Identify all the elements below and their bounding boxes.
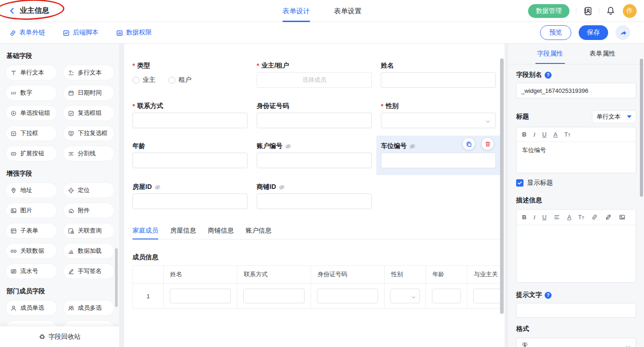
subsection-tab-4[interactable]: 账户信息 xyxy=(246,227,271,239)
field-pill-subform[interactable]: 子表单 xyxy=(6,223,57,239)
field-pill-members[interactable]: 成员多选 xyxy=(63,300,115,316)
field-pill-serial[interactable]: 流水号 xyxy=(6,263,57,279)
toolbar-link-link[interactable]: 表单外链 xyxy=(9,28,45,37)
field-pill-text[interactable]: 单行文本 xyxy=(6,65,57,80)
form-field-cell[interactable]: 身份证号码 xyxy=(257,102,372,128)
subform-cell-input[interactable] xyxy=(317,289,378,303)
header-tab-1[interactable]: 表单设计 xyxy=(282,0,310,22)
form-field-cell[interactable]: 年龄 xyxy=(132,142,247,168)
show-title-checkbox[interactable] xyxy=(516,179,523,187)
underline-icon[interactable]: U xyxy=(542,214,546,220)
help-icon[interactable]: ? xyxy=(545,72,552,79)
form-field-cell[interactable]: 房屋ID xyxy=(132,182,247,209)
field-pill-attachment[interactable]: 附件 xyxy=(63,203,115,218)
italic-icon[interactable]: I xyxy=(533,131,535,137)
form-field-cell[interactable]: 账户编号 xyxy=(257,142,372,168)
field-pill-date[interactable]: 日期时间 xyxy=(63,85,115,101)
field-pill-multiselect[interactable]: 下拉复选框 xyxy=(63,125,115,141)
form-field-cell[interactable]: 车位编号 xyxy=(381,142,496,168)
sidebar-scrollbar[interactable] xyxy=(115,248,118,307)
subform-cell-input[interactable] xyxy=(243,289,305,303)
field-pill-image[interactable]: 图片 xyxy=(6,203,57,218)
field-select[interactable] xyxy=(381,113,496,128)
subsection-tab-3[interactable]: 商铺信息 xyxy=(208,227,234,239)
field-pill-sign[interactable]: 手写签名 xyxy=(63,263,115,279)
field-pill-button[interactable]: 扩展按钮 xyxy=(6,146,57,161)
subsection-tab-2[interactable]: 房屋信息 xyxy=(170,227,196,239)
notifications-icon[interactable] xyxy=(606,6,615,16)
field-pill-member[interactable]: 成员单选 xyxy=(6,300,57,316)
font-color-icon[interactable]: A xyxy=(567,214,571,220)
field-pill-linkdata[interactable]: 关联数据 xyxy=(6,243,57,259)
form-field-cell[interactable]: *类型业主租户 xyxy=(132,61,247,85)
delete-field-button[interactable] xyxy=(482,138,494,150)
title-editor-content[interactable]: 车位编号 xyxy=(517,142,636,173)
underline-icon[interactable]: U xyxy=(542,131,546,137)
help-icon[interactable]: ? xyxy=(545,292,552,299)
image-icon[interactable] xyxy=(619,214,626,221)
form-field-cell[interactable]: 商铺ID xyxy=(257,182,372,209)
toolbar-link-script[interactable]: 后端脚本 xyxy=(63,28,98,37)
data-manage-button[interactable]: 数据管理 xyxy=(528,4,569,18)
unlink-icon[interactable] xyxy=(605,214,612,221)
copy-field-button[interactable] xyxy=(463,138,475,150)
field-input[interactable] xyxy=(381,72,496,88)
app-header: 业主信息 表单设计表单设置 数据管理 作 xyxy=(0,0,644,22)
save-button[interactable]: 保存 xyxy=(579,25,608,40)
subform-cell-input[interactable] xyxy=(170,289,231,303)
bold-icon[interactable]: B xyxy=(522,214,526,220)
alias-input[interactable] xyxy=(516,83,636,98)
contacts-icon[interactable] xyxy=(583,6,592,16)
field-pill-lookup[interactable]: 关联查询 xyxy=(63,223,115,239)
field-input[interactable] xyxy=(132,113,247,128)
field-pill-textarea[interactable]: 多行文本 xyxy=(63,65,115,80)
back-button[interactable] xyxy=(8,7,16,15)
bold-icon[interactable]: B xyxy=(522,131,526,137)
form-field-cell[interactable]: *性别 xyxy=(381,102,496,128)
align-icon[interactable] xyxy=(553,214,560,221)
link-icon[interactable] xyxy=(591,214,598,221)
header-tab-2[interactable]: 表单设置 xyxy=(334,0,362,22)
toolbar-link-dataperm[interactable]: 数据权限 xyxy=(116,28,152,37)
field-input[interactable] xyxy=(257,113,372,128)
share-button[interactable] xyxy=(615,25,630,40)
font-size-icon[interactable]: TT xyxy=(564,131,570,137)
avatar[interactable]: 作 xyxy=(623,4,637,18)
field-input[interactable] xyxy=(257,193,372,209)
field-pill-dataload[interactable]: 数据加载 xyxy=(63,243,115,259)
field-input[interactable] xyxy=(132,193,247,209)
font-color-icon[interactable]: A xyxy=(553,131,558,137)
radio-option[interactable]: 租户 xyxy=(168,76,191,84)
field-pill-select[interactable]: 下拉框 xyxy=(6,125,57,141)
description-editor-content[interactable] xyxy=(517,225,636,282)
subsection-tab-1[interactable]: 家庭成员 xyxy=(132,227,158,239)
radio-option[interactable]: 业主 xyxy=(132,76,155,84)
hint-input[interactable] xyxy=(516,303,636,318)
field-pill-location[interactable]: 定位 xyxy=(63,182,115,198)
form-field-cell[interactable]: *业主/租户选择成员 xyxy=(257,61,372,88)
subform-cell-select[interactable] xyxy=(390,289,420,303)
subform-cell-input[interactable] xyxy=(432,289,461,303)
member-picker[interactable]: 选择成员 xyxy=(257,72,372,88)
field-pill-number[interactable]: 123数字 xyxy=(6,85,57,101)
field-input[interactable] xyxy=(381,153,496,168)
field-pill-address[interactable]: 地址 xyxy=(6,182,57,198)
format-select[interactable]: 无 xyxy=(516,338,636,347)
form-field-cell[interactable]: *联系方式 xyxy=(132,102,247,128)
preview-button[interactable]: 预览 xyxy=(540,25,571,40)
field-input[interactable] xyxy=(132,153,247,168)
font-size-icon[interactable]: TT xyxy=(578,214,584,220)
field-input[interactable] xyxy=(257,153,372,168)
field-pill-radio[interactable]: 单选按钮组 xyxy=(6,105,57,121)
form-field-cell[interactable]: 姓名 xyxy=(381,61,496,88)
panel-tab-1[interactable]: 字段属性 xyxy=(535,44,565,64)
recycle-icon: ♻ xyxy=(39,333,45,341)
field-pill-divider[interactable]: 分割线 xyxy=(63,146,115,161)
italic-icon[interactable]: I xyxy=(533,214,535,220)
canvas-scrollbar[interactable] xyxy=(500,58,504,314)
recycle-bin-bar[interactable]: ♻ 字段回收站 xyxy=(0,326,120,347)
title-type-select[interactable]: 单行文本 xyxy=(592,110,636,123)
field-pill-checkbox[interactable]: 复选框组 xyxy=(63,105,115,121)
panel-scrollbar[interactable] xyxy=(640,59,643,197)
panel-tab-2[interactable]: 表单属性 xyxy=(588,44,617,64)
